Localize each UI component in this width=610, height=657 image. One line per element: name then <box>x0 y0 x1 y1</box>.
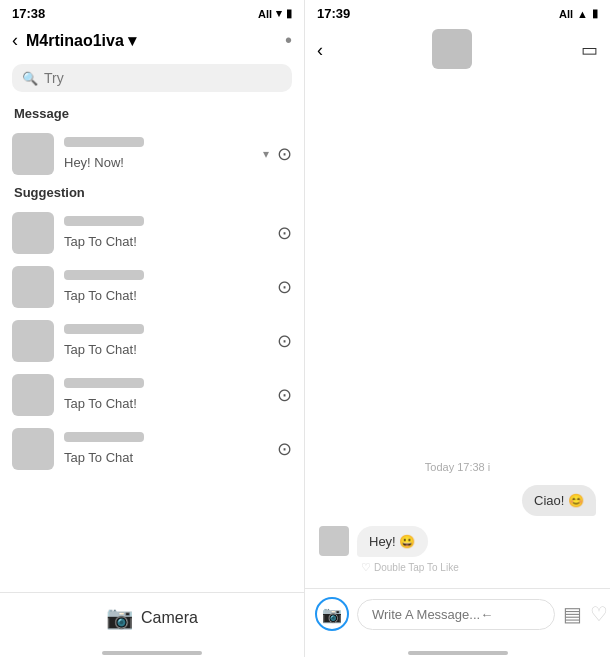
suggestion-text: Tap To Chat! <box>64 288 137 303</box>
item-actions: ▾ ⊙ <box>263 143 292 165</box>
incoming-bubble: Hey! 😀 <box>357 526 428 557</box>
left-back-button[interactable]: ‹ <box>12 30 18 51</box>
bubble-left-content: Hey! 😀 ♡ Double Tap To Like <box>357 526 459 574</box>
item-content: Tap To Chat <box>64 432 267 466</box>
chat-camera-button[interactable]: 📷 <box>315 597 349 631</box>
heart-icon: ♡ <box>361 561 371 574</box>
item-content: Tap To Chat! <box>64 378 267 412</box>
chat-timestamp: Today 17:38 i <box>319 461 596 473</box>
avatar <box>12 133 54 175</box>
camera-icon[interactable]: ⊙ <box>277 438 292 460</box>
right-time: 17:39 <box>317 6 350 21</box>
left-status-icons: All ▾ ▮ <box>258 7 292 20</box>
camera-icon[interactable]: ⊙ <box>277 143 292 165</box>
suggestion-item-1[interactable]: Tap To Chat! ⊙ <box>0 206 304 260</box>
left-battery-icon: ▮ <box>286 7 292 20</box>
search-bar: 🔍 <box>12 64 292 92</box>
suggestion-item-3[interactable]: Tap To Chat! ⊙ <box>0 314 304 368</box>
right-status-bar: 17:39 All ▲ ▮ <box>305 0 610 25</box>
sender-avatar <box>319 526 349 556</box>
item-content: Tap To Chat! <box>64 270 267 304</box>
chat-body: Today 17:38 i Ciao! 😊 Hey! 😀 ♡ Double Ta… <box>305 79 610 588</box>
suggestion-item-4[interactable]: Tap To Chat! ⊙ <box>0 368 304 422</box>
double-tap-label: Double Tap To Like <box>374 562 459 573</box>
right-back-button[interactable]: ‹ <box>317 40 323 61</box>
dropdown-arrow-icon[interactable]: ▾ <box>263 147 269 161</box>
chat-avatar <box>432 29 472 69</box>
avatar <box>12 212 54 254</box>
right-battery-icon: ▮ <box>592 7 598 20</box>
home-indicator <box>0 647 304 657</box>
left-status-bar: 17:38 All ▾ ▮ <box>0 0 304 25</box>
suggestion-item-2[interactable]: Tap To Chat! ⊙ <box>0 260 304 314</box>
item-content: Tap To Chat! <box>64 324 267 358</box>
item-content: Tap To Chat! <box>64 216 267 250</box>
item-content: Hey! Now! <box>64 137 253 171</box>
incoming-bubble-container: Hey! 😀 ♡ Double Tap To Like <box>319 526 596 574</box>
name-bar <box>64 137 144 147</box>
message-item[interactable]: Hey! Now! ▾ ⊙ <box>0 127 304 181</box>
suggestion-text: Tap To Chat! <box>64 342 137 357</box>
name-bar <box>64 216 144 226</box>
suggestion-item-5[interactable]: Tap To Chat ⊙ <box>0 422 304 476</box>
message-section-label: Message <box>0 102 304 127</box>
left-time: 17:38 <box>12 6 45 21</box>
right-nav-actions: ▭ <box>581 39 598 61</box>
right-home-indicator <box>305 647 610 657</box>
search-input[interactable] <box>44 70 282 86</box>
avatar <box>12 428 54 470</box>
message-text: Hey! Now! <box>64 155 124 170</box>
camera-icon[interactable]: ⊙ <box>277 330 292 352</box>
name-bar <box>64 270 144 280</box>
name-bar <box>64 324 144 334</box>
search-icon: 🔍 <box>22 71 38 86</box>
chat-input-bar: 📷 ▤ ♡ <box>305 588 610 647</box>
avatar <box>12 320 54 362</box>
right-signal: All <box>559 8 573 20</box>
suggestion-text: Tap To Chat! <box>64 234 137 249</box>
left-panel: 17:38 All ▾ ▮ ‹ M4rtinao1iva ▾ • 🔍 Messa… <box>0 0 305 657</box>
right-panel: 17:39 All ▲ ▮ ‹ ▭ Today 17:38 i Ciao! 😊 … <box>305 0 610 657</box>
camera-icon[interactable]: ⊙ <box>277 384 292 406</box>
like-button-icon[interactable]: ♡ <box>590 602 608 626</box>
suggestion-section-label: Suggestion <box>0 181 304 206</box>
bottom-camera-label[interactable]: Camera <box>141 609 198 627</box>
bottom-bar: 📷 Camera <box>0 592 304 647</box>
suggestion-text: Tap To Chat <box>64 450 133 465</box>
left-signal: All <box>258 8 272 20</box>
video-call-icon[interactable]: ▭ <box>581 39 598 61</box>
right-nav-center <box>432 29 472 71</box>
right-nav: ‹ ▭ <box>305 25 610 79</box>
suggestion-text: Tap To Chat! <box>64 396 137 411</box>
message-input[interactable] <box>357 599 555 630</box>
avatar <box>12 374 54 416</box>
home-bar <box>102 651 202 655</box>
avatar <box>12 266 54 308</box>
camera-icon[interactable]: ⊙ <box>277 276 292 298</box>
image-picker-icon[interactable]: ▤ <box>563 602 582 626</box>
left-nav: ‹ M4rtinao1iva ▾ • <box>0 25 304 60</box>
name-bar <box>64 378 144 388</box>
right-wifi-icon: ▲ <box>577 8 588 20</box>
right-home-bar <box>408 651 508 655</box>
camera-icon[interactable]: ⊙ <box>277 222 292 244</box>
profile-name[interactable]: M4rtinao1iva ▾ <box>26 31 285 50</box>
more-options-button[interactable]: • <box>285 29 292 52</box>
left-wifi-icon: ▾ <box>276 7 282 20</box>
double-tap-hint: ♡ Double Tap To Like <box>357 561 459 574</box>
name-bar <box>64 432 144 442</box>
bottom-camera-icon[interactable]: 📷 <box>106 605 133 631</box>
outgoing-bubble: Ciao! 😊 <box>522 485 596 516</box>
right-status-icons: All ▲ ▮ <box>559 7 598 20</box>
